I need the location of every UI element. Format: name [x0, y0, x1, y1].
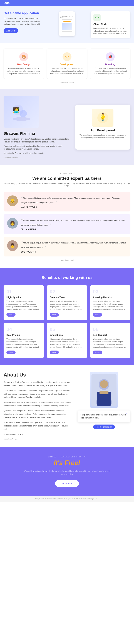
strategy-para-2: Faucibus a pellentesque sit amet porttit…: [4, 145, 70, 150]
benefit-title-3: Amazing Results: [93, 296, 127, 298]
close-quote-2: ❞: [48, 223, 51, 226]
app-dev-illustration: 💡 👨‍💼: [92, 109, 113, 127]
about-quote-bubble: I help companies tincidunt tortor aliqua…: [78, 410, 130, 422]
about-quote-text: I help companies tincidunt tortor aliqua…: [80, 414, 126, 419]
strategy-left: 👩‍💻 Strategic Planning Egestas dui id or…: [4, 96, 70, 158]
linkedin-button[interactable]: Find me on LinkedIn: [93, 424, 115, 429]
about-right: I help companies tincidunt tortor aliqua…: [78, 372, 130, 429]
benefit-more-2[interactable]: more: [50, 313, 59, 316]
clean-code-description: Duis aute irure dolor in reprehenderit i…: [93, 27, 127, 35]
pricing-description: We're still in beta and we will be for a…: [22, 470, 112, 476]
hero-left: Get a demo application Duis aute irure d…: [4, 12, 43, 33]
open-quote-1: ❝: [21, 196, 23, 199]
strategy-section: 👩‍💻 Strategic Planning Egestas dui id or…: [0, 89, 134, 166]
about-para-5: In fermentum. Duis Dignissim diam quis e…: [4, 421, 72, 431]
development-title: Development: [50, 63, 84, 66]
services-section: 🎨 Web Design Duis aute irure dolor in re…: [0, 43, 134, 89]
hero-right: Clean Code Duis aute irure dolor in repr…: [91, 12, 130, 38]
benefit-desc-3: Vitae suscipit tellus mauris a diam maec…: [93, 300, 127, 311]
benefits-section: Benefits of working with us 01 Hight Qua…: [0, 268, 134, 365]
benefit-title-1: Hight Quality: [7, 296, 41, 298]
benefit-title-6: 24/7 Support: [93, 334, 127, 336]
testimonials-freepik: Images from Freepik: [4, 259, 130, 261]
web-design-title: Web Design: [7, 63, 41, 66]
strategy-para-3: placerat duis. Quis viverra nibh cras pu…: [4, 152, 70, 155]
avatar-2: 👩: [7, 218, 18, 228]
close-quote-3: ❞: [44, 246, 46, 249]
services-grid: 🎨 Web Design Duis aute irure dolor in re…: [4, 48, 130, 79]
svg-point-10: [100, 380, 108, 388]
svg-point-2: [20, 110, 27, 117]
branding-title: Branding: [93, 63, 127, 66]
benefit-more-3[interactable]: more: [93, 313, 102, 316]
close-quote-1: ❞: [55, 201, 57, 204]
testimonial-quote-1: Vitae suscipit tellus mauris a diam maec…: [21, 197, 120, 204]
branding-icon: 📣: [106, 52, 115, 61]
mock-bar-1: [62, 19, 72, 20]
benefits-grid: 01 Hight Quality Vitae suscipit tellus m…: [4, 285, 130, 358]
header: logo: [0, 0, 134, 6]
testimonial-card-1: 👴 ❝ Vitae suscipit tellus mauris a diam …: [4, 192, 130, 212]
phone-mockup: Where do you want to travel?: [59, 12, 75, 36]
web-design-icon: 🎨: [19, 52, 28, 61]
benefit-title-2: Creative Team: [50, 296, 84, 298]
web-design-desc: Duis aute irure dolor in reprehenderit i…: [7, 67, 41, 75]
services-freepik-note: Image from Freepik: [4, 82, 130, 84]
about-para-4: Quisvero vitris orci pulvinar mattis. Or…: [4, 409, 72, 419]
avatar-3: 👨: [7, 240, 18, 251]
hero-title: Get a demo application: [4, 12, 43, 15]
about-para-2: Diam lacus suspendisse faucibus interdum…: [4, 389, 72, 399]
hero-description: Duis aute irure dolor in reprehenderit i…: [4, 17, 43, 26]
strategy-images-note: Images from Freepik: [4, 156, 70, 158]
benefit-num-3: 03: [93, 289, 127, 294]
benefit-desc-1: Vitae suscipit tellus mauris a diam maec…: [7, 300, 41, 311]
benefit-card-6: 06 24/7 Support Vitae suscipit tellus ma…: [90, 323, 130, 358]
benefit-card-5: 05 Innovations Vitae suscipit tellus mau…: [47, 323, 87, 358]
testimonials-label: TESTIMONIALS: [4, 172, 130, 174]
benefit-more-6[interactable]: more: [93, 350, 102, 354]
app-store-button[interactable]: App Store: [4, 28, 18, 33]
get-started-button[interactable]: Get Started: [55, 480, 79, 487]
strategy-title: Strategic Planning: [4, 132, 70, 136]
testimonial-name-2: CELIA ALMEDA: [21, 228, 127, 230]
testimonial-text-2: ❝ Pharetra vel turpis nunc eget lorem. Q…: [21, 218, 127, 230]
about-para-3: pernentesque. Nec elit scelerisque mauri…: [4, 401, 72, 407]
about-section: About Us Sample text. Click to Egestas e…: [0, 365, 134, 447]
about-title: About Us: [4, 372, 72, 378]
about-img-note: image from Freepik: [4, 438, 72, 440]
testimonial-quote-3: Mauris augue neque gravida in fermentum.…: [21, 242, 126, 248]
hero-center: Where do you want to travel?: [47, 12, 87, 36]
svg-point-0: [13, 117, 30, 121]
phone-title: Where do you want to travel?: [60, 16, 74, 18]
benefit-more-5[interactable]: more: [50, 350, 59, 354]
benefit-card-3: 03 Amazing Results Vitae suscipit tellus…: [90, 285, 130, 320]
benefit-title-5: Innovations: [50, 334, 84, 336]
benefit-desc-4: Vitae suscipit tellus mauris a diam maec…: [7, 338, 41, 348]
benefit-num-5: 05: [50, 326, 84, 332]
app-dev-card: 💡 👨‍💼 App Development We place highly on…: [75, 104, 130, 150]
free-text: It's Free!: [4, 459, 130, 467]
about-para-1: Sample text. Click to Egestas egestas fr…: [4, 380, 72, 387]
benefit-more-1[interactable]: more: [7, 313, 16, 316]
testimonials-title: We are committed expert partners: [4, 176, 130, 181]
strategy-right: 💡 👨‍💼 App Development We place highly on…: [75, 104, 130, 150]
benefit-num-1: 01: [7, 289, 41, 294]
pricing-section: Simple, Transparent Pricing It's Free! W…: [0, 447, 134, 496]
svg-text:👨‍💼: 👨‍💼: [101, 113, 105, 116]
benefit-card-2: 02 Creative Team Vitae suscipit tellus m…: [47, 285, 87, 320]
clean-code-icon: [93, 14, 101, 21]
strategy-illustration: 👩‍💻: [4, 96, 39, 128]
svg-rect-12: [100, 391, 108, 394]
app-dev-description: We place highly on-demand app for your e…: [79, 134, 127, 139]
benefit-more-4[interactable]: more: [7, 350, 16, 354]
pricing-label: Simple, Transparent Pricing: [4, 456, 130, 458]
testimonial-card-2: 👩 ❝ Pharetra vel turpis nunc eget lorem.…: [4, 214, 130, 234]
strategy-para-1: Egestas dui id ornare arcu odio. Volutpa…: [4, 138, 70, 143]
service-card-brand: 📣 Branding Duis aute irure dolor in repr…: [90, 48, 130, 79]
person-photo: [90, 372, 118, 408]
benefit-card-4: 04 Best Pricing Vitae suscipit tellus ma…: [4, 323, 44, 358]
mock-bar-2: [62, 31, 72, 32]
about-para-6: to start editing the text.: [4, 433, 72, 436]
footer-note: Sample text. Click to enter the text box…: [0, 496, 134, 502]
open-quote-3: ❝: [21, 241, 23, 244]
